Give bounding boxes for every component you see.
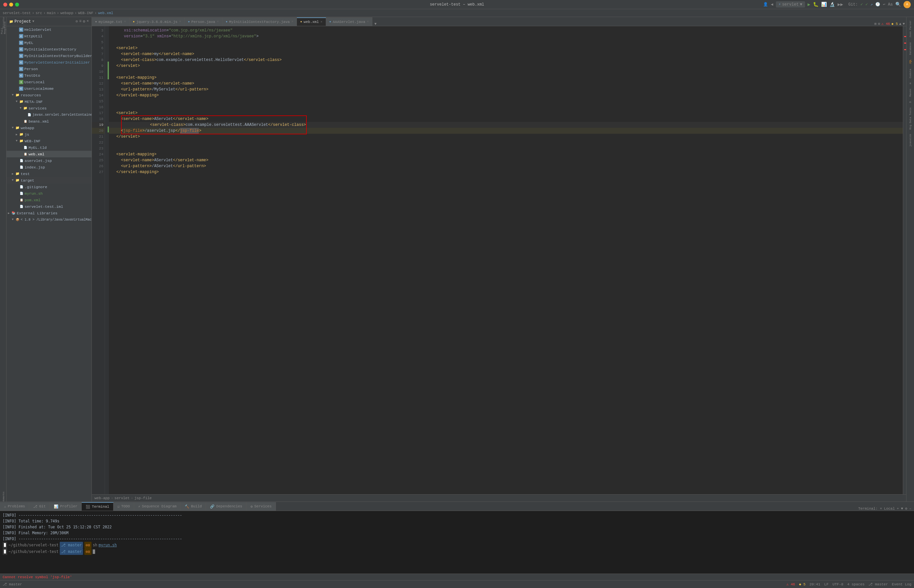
local-tab[interactable]: Local (884, 507, 895, 510)
search-icon[interactable]: 🔍 (895, 2, 901, 7)
json-parser-panel[interactable]: Json Parser (909, 18, 912, 40)
code-area[interactable]: xsi:schemaLocation="com.jcp.org/xml/ns/j… (109, 26, 903, 494)
tree-item-MyInitialContextFactory[interactable]: C MyInitialContextFactory (6, 46, 92, 52)
codota-panel[interactable]: Codota (909, 67, 912, 80)
status-branch[interactable]: ⎇ master (3, 582, 22, 586)
tab-profiler[interactable]: 📊 Profiler (50, 502, 82, 510)
debug-button[interactable]: 🐛 (813, 2, 818, 7)
gear-icon[interactable]: ⚙ (878, 22, 880, 26)
tab-problems[interactable]: ⚠ Problems (0, 502, 29, 510)
profile-button[interactable]: 📊 (821, 2, 827, 7)
database-panel[interactable]: Database (909, 40, 912, 57)
tab-more[interactable]: ▼ (372, 22, 379, 26)
tab-myimage[interactable]: ● myimage.txt × (92, 17, 130, 26)
run-button[interactable]: ▶ (808, 2, 810, 7)
status-errors[interactable]: ⚠ 46 (786, 582, 795, 586)
terminal-dropdown[interactable]: Terminal: × (858, 507, 882, 510)
tree-item-TestDto[interactable]: C TestDto (6, 72, 92, 79)
tree-item-myrun-sh[interactable]: 📄 myrun.sh (6, 190, 92, 197)
tree-item-META-INF[interactable]: ▼ 📁 META-INF (6, 99, 92, 105)
tab-webxml[interactable]: ● web.xml × (297, 17, 326, 26)
tab-todo[interactable]: ☑ TODO (113, 502, 134, 510)
tab-close-jquery[interactable]: × (179, 20, 181, 24)
tree-item-UserLocal[interactable]: I UserLocal (6, 79, 92, 85)
down-arrow[interactable]: ▼ (903, 22, 905, 26)
translate-icon[interactable]: Aa (888, 2, 893, 7)
bookmarks-icon[interactable]: Bookmarks (0, 496, 6, 501)
git-history[interactable]: 🕐 (875, 2, 880, 7)
tab-close-webxml[interactable]: × (321, 20, 322, 24)
breadcrumb-web-app[interactable]: web-app (94, 496, 110, 500)
tree-item-services[interactable]: ▼ 📁 services (6, 105, 92, 111)
project-locate-icon[interactable]: ⊙ (75, 19, 78, 24)
status-lf[interactable]: LF (824, 582, 828, 586)
pull-requests-icon[interactable]: Pull Requests (0, 25, 6, 31)
terminal-settings[interactable]: ⚙ (905, 506, 908, 510)
more-run-button[interactable]: ▶▶ (838, 2, 843, 7)
tab-dependencies[interactable]: 🔗 Dependencies (206, 502, 246, 510)
run-config-dropdown[interactable]: ⚡ servlet ▼ (776, 1, 805, 8)
status-position[interactable]: 20:41 (809, 582, 820, 586)
error-count[interactable]: ⚠ 46 (882, 22, 890, 26)
tree-item-index-jsp[interactable]: 📄 index.jsp (6, 164, 92, 170)
tab-person[interactable]: ● Person.java × (185, 17, 222, 26)
tree-item-iml[interactable]: 📄 servelet-test.iml (6, 203, 92, 210)
terminal-content[interactable]: [INFO] ---------------------------------… (0, 511, 914, 573)
breadcrumb-servlet[interactable]: servlet (115, 496, 130, 500)
back-icon[interactable]: ◀ (771, 2, 773, 7)
status-warnings[interactable]: ◆ 5 (799, 582, 805, 586)
terminal-more[interactable]: ▼ (901, 507, 903, 510)
bigdata-panel[interactable]: Big Data Tools (909, 105, 912, 131)
tree-item-web-xml[interactable]: 📋 web.xml (6, 151, 92, 157)
tree-item-pom-xml[interactable]: 📋 pom.xml (6, 197, 92, 203)
jql-panel[interactable]: JQL (909, 57, 912, 66)
tree-item-MyInitialContextFactoryBuilder[interactable]: C MyInitialContextFactoryBuilder (6, 52, 92, 59)
jcasslib-panel[interactable]: jcasslib (909, 132, 912, 149)
breadcrumb-main[interactable]: main (47, 11, 55, 15)
tree-item-js[interactable]: ▶ 📁 js (6, 131, 92, 138)
status-encoding[interactable]: UTF-8 (833, 582, 843, 586)
maven-panel[interactable]: Maven (909, 87, 912, 99)
tree-item-gitignore[interactable]: 📄 .gitignore (6, 184, 92, 190)
tree-item-aservlet-jsp[interactable]: 📄 aservlet.jsp (6, 157, 92, 164)
event-log[interactable]: Event Log (892, 582, 911, 586)
status-master[interactable]: ⎇ master (869, 582, 888, 586)
tree-item-HttpUtil[interactable]: C HttpUtil (6, 33, 92, 39)
d-panel[interactable]: D (909, 99, 912, 105)
tree-item-UserLocalHome[interactable]: C UserLocalHome (6, 85, 92, 92)
avatar[interactable]: A (904, 1, 911, 8)
tab-close-person[interactable]: × (217, 20, 219, 24)
project-close-icon[interactable]: × (87, 19, 89, 24)
tree-item-jdk[interactable]: ▼ 📦 < 1.8 > /Library/Java/JavaVirtualMac… (6, 216, 92, 223)
tab-git[interactable]: ⎇ Git (29, 502, 50, 510)
tab-terminal[interactable]: ⬛ Terminal (82, 502, 113, 510)
breadcrumb-webapp[interactable]: webapp (60, 11, 73, 15)
breadcrumb-src[interactable]: src (36, 11, 42, 15)
maximize-button[interactable] (15, 3, 19, 6)
tab-services[interactable]: ⚙ Services (246, 502, 275, 510)
breadcrumb-webxml[interactable]: web.xml (98, 11, 113, 15)
tree-item-MyEL[interactable]: C MyEL (6, 39, 92, 46)
project-settings-icon[interactable]: ⚙ (83, 19, 85, 24)
git-checkmark[interactable]: ✓ (861, 2, 863, 7)
tree-item-external-libs[interactable]: ▶ 📚 External Libraries (6, 210, 92, 216)
m-panel[interactable]: m (909, 81, 912, 86)
split-icon[interactable]: ⊞ (874, 22, 877, 26)
up-arrow[interactable]: ▲ (899, 22, 901, 26)
minimize-button[interactable] (9, 3, 13, 6)
tree-item-webapp[interactable]: ▼ 📁 webapp (6, 124, 92, 131)
breadcrumb-webinf[interactable]: WEB-INF (78, 11, 93, 15)
project-dropdown-icon[interactable]: ▼ (32, 20, 34, 23)
traffic-lights[interactable] (3, 3, 19, 6)
tab-aaaservlet[interactable]: ● AAAServlet.java × (326, 17, 372, 26)
add-terminal[interactable]: + (897, 507, 899, 510)
tab-close-aaaservlet[interactable]: × (367, 20, 369, 24)
tab-jquery[interactable]: ● jquery-3.6.0.min.js × (130, 17, 185, 26)
vcs-icon[interactable]: 👤 (763, 2, 768, 7)
tree-item-MyEL-tld[interactable]: 📄 MyEL.tld (6, 144, 92, 151)
tab-myinitial[interactable]: ● MyInitialContextFactory.java × (222, 17, 297, 26)
warning-count[interactable]: ◆ 5 (891, 22, 898, 26)
tree-item-test[interactable]: ▶ 📁 test (6, 170, 92, 177)
tree-item-WEB-INF[interactable]: ▼ 📁 WEB-INF (6, 138, 92, 144)
tree-item-MyServletContainerInitializer[interactable]: C MyServletContainerInitializer (6, 59, 92, 66)
